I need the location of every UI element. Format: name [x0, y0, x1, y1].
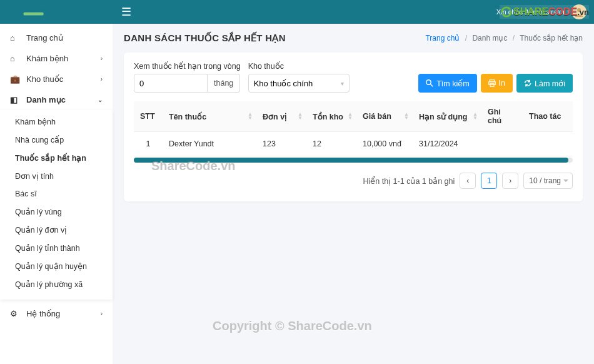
- page-size-select[interactable]: 10 / trang: [523, 173, 573, 189]
- chevron-down-icon: ⌄: [98, 96, 103, 103]
- card-filter-table: Xem thuốc hết hạn trong vòng tháng Kho t…: [124, 53, 583, 201]
- submenu-item[interactable]: Bác sĩ: [0, 185, 113, 203]
- cell-stt: 1: [134, 132, 163, 156]
- sidebar-item-home[interactable]: ⌂ Trang chủ: [0, 28, 113, 48]
- submenu-item[interactable]: Quản lý vùng: [0, 203, 113, 221]
- chevron-right-icon: ›: [101, 55, 103, 62]
- gear-icon: ⚙: [10, 309, 20, 318]
- svg-text:TRUNG CANG: TRUNG CANG: [24, 8, 48, 11]
- avatar[interactable]: [571, 4, 586, 19]
- th-name[interactable]: Tên thuốc▲▼: [163, 101, 256, 132]
- sidebar-item-label: Trang chủ: [26, 33, 63, 43]
- cell-action: [523, 132, 573, 156]
- warehouse-label: Kho thuốc: [248, 61, 350, 71]
- filter-warehouse: Kho thuốc Kho thuốc chính ▾: [248, 61, 350, 93]
- cell-expiry: 31/12/2024: [413, 132, 481, 156]
- th-expiry[interactable]: Hạn sử dụng▲▼: [413, 101, 481, 132]
- page-title: DANH SÁCH THUỐC SẮP HẾT HẠN: [124, 33, 286, 44]
- topbar: TRUNG CANG ☰ Xin chào Administrator !: [0, 0, 594, 24]
- topbar-user[interactable]: Xin chào Administrator !: [496, 4, 586, 19]
- refresh-button[interactable]: Làm mới: [516, 74, 573, 93]
- sidebar-item-label: Hệ thống: [26, 309, 60, 318]
- print-icon: [488, 79, 496, 87]
- logo-area: TRUNG CANG: [8, 4, 113, 20]
- th-note[interactable]: Ghi chú: [481, 101, 523, 132]
- warehouse-select[interactable]: Kho thuốc chính ▾: [248, 74, 350, 93]
- sidebar-item-exam[interactable]: ⌂ Khám bệnh ›: [0, 48, 113, 69]
- th-price[interactable]: Giá bán▲▼: [356, 101, 413, 132]
- sidebar-item-catalog[interactable]: ◧ Danh mục ⌄: [0, 89, 113, 110]
- main-content: DANH SÁCH THUỐC SẮP HẾT HẠN Trang chủ / …: [113, 24, 594, 364]
- sidebar: ⌂ Trang chủ ⌂ Khám bệnh › 💼 Kho thuốc › …: [0, 24, 113, 364]
- sort-icon: ▲▼: [348, 113, 353, 120]
- cell-unit: 123: [256, 132, 306, 156]
- filter-row: Xem thuốc hết hạn trong vòng tháng Kho t…: [134, 61, 573, 93]
- cell-note: [481, 132, 523, 156]
- horizontal-scrollbar[interactable]: [134, 158, 573, 163]
- svg-line-4: [431, 84, 433, 87]
- filter-range: Xem thuốc hết hạn trong vòng tháng: [134, 61, 241, 93]
- range-suffix: tháng: [208, 74, 240, 93]
- th-stt[interactable]: STT: [134, 101, 163, 132]
- medicine-table: STT Tên thuốc▲▼ Đơn vị▲▼ Tồn kho▲▼ Giá b…: [134, 101, 573, 156]
- chevron-down-icon: ▾: [341, 80, 344, 87]
- svg-rect-1: [24, 13, 44, 16]
- page-number-button[interactable]: 1: [481, 173, 497, 189]
- chevron-right-icon: ›: [101, 76, 103, 83]
- page-next-button[interactable]: ›: [502, 173, 518, 189]
- svg-point-3: [426, 80, 431, 85]
- breadcrumb-catalog: Danh mục: [472, 34, 507, 43]
- submenu-item[interactable]: Nhà cung cấp: [0, 131, 113, 149]
- range-label: Xem thuốc hết hạn trong vòng: [134, 61, 241, 71]
- table-wrap: STT Tên thuốc▲▼ Đơn vị▲▼ Tồn kho▲▼ Giá b…: [134, 101, 573, 163]
- table-row[interactable]: 1 Dexter Yundt 123 12 10,000 vnđ 31/12/2…: [134, 132, 573, 156]
- search-icon: [426, 79, 433, 87]
- page-prev-button[interactable]: ‹: [460, 173, 476, 189]
- chevron-right-icon: ›: [101, 310, 103, 317]
- warehouse-value: Kho thuốc chính: [254, 79, 313, 88]
- search-button[interactable]: Tìm kiếm: [418, 74, 476, 93]
- breadcrumb-home[interactable]: Trang chủ: [425, 34, 460, 43]
- scroll-thumb[interactable]: [134, 158, 568, 163]
- sort-icon: ▲▼: [248, 113, 253, 120]
- sidebar-item-label: Khám bệnh: [26, 54, 68, 63]
- svg-point-2: [577, 8, 581, 12]
- print-button[interactable]: In: [481, 74, 513, 93]
- home-icon: ⌂: [10, 33, 20, 43]
- user-icon: [574, 7, 584, 17]
- submenu-item[interactable]: Quản lý tỉnh thành: [0, 239, 113, 257]
- pagination: Hiển thị 1-1 của 1 bản ghi ‹ 1 › 10 / tr…: [134, 173, 573, 189]
- svg-rect-6: [488, 82, 495, 85]
- submenu-item[interactable]: Quản lý quận huyện: [0, 257, 113, 275]
- submenu-item[interactable]: Quản lý phường xã: [0, 275, 113, 293]
- submenu-item[interactable]: Quản lý đơn vị: [0, 221, 113, 239]
- table-icon: ◧: [10, 95, 20, 104]
- submenu-item[interactable]: Khám bệnh: [0, 113, 113, 131]
- sidebar-item-label: Kho thuốc: [26, 74, 63, 84]
- menu-toggle-icon[interactable]: ☰: [121, 5, 131, 19]
- greeting-text: Xin chào Administrator !: [496, 8, 569, 16]
- th-unit[interactable]: Đơn vị▲▼: [256, 101, 306, 132]
- cell-name: Dexter Yundt: [163, 132, 256, 156]
- cell-price: 10,000 vnđ: [356, 132, 413, 156]
- range-input[interactable]: [134, 74, 208, 93]
- sidebar-item-system[interactable]: ⚙ Hệ thống ›: [0, 303, 113, 324]
- svg-rect-7: [490, 84, 494, 87]
- refresh-icon: [524, 79, 531, 87]
- page-header: DANH SÁCH THUỐC SẮP HẾT HẠN Trang chủ / …: [124, 33, 583, 44]
- th-action[interactable]: Thao tác: [523, 101, 573, 132]
- sidebar-item-warehouse[interactable]: 💼 Kho thuốc ›: [0, 69, 113, 89]
- sidebar-item-label: Danh mục: [26, 95, 66, 104]
- cell-stock: 12: [306, 132, 356, 156]
- sort-icon: ▲▼: [298, 113, 303, 120]
- sort-icon: ▲▼: [473, 113, 478, 120]
- submenu-item-expiring[interactable]: Thuốc sắp hết hạn: [0, 149, 113, 167]
- pagination-summary: Hiển thị 1-1 của 1 bản ghi: [363, 176, 455, 186]
- home-icon: ⌂: [10, 54, 20, 63]
- breadcrumb-current: Thuốc sắp hết hạn: [520, 34, 583, 43]
- th-stock[interactable]: Tồn kho▲▼: [306, 101, 356, 132]
- app-logo: TRUNG CANG: [8, 4, 58, 20]
- filter-buttons: Tìm kiếm In Làm mới: [418, 74, 573, 93]
- breadcrumb: Trang chủ / Danh mục / Thuốc sắp hết hạn: [425, 34, 583, 43]
- submenu-item[interactable]: Đơn vị tính: [0, 167, 113, 185]
